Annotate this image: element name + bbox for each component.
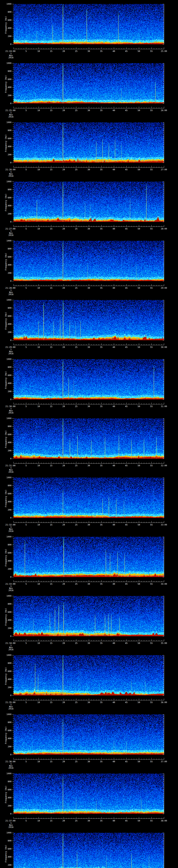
y-tick-label: 600 (0, 78, 11, 81)
x-tick-label: 25 (75, 405, 77, 407)
x-minor-tick (136, 463, 137, 463)
x-major-tick (26, 403, 26, 404)
y-tick-label: 0 (0, 753, 11, 756)
x-minor-tick (31, 403, 31, 404)
x-minor-tick (124, 48, 124, 49)
y-minor-tick (13, 573, 13, 573)
y-minor-tick (13, 835, 13, 835)
spectrogram-panel-4: Frequency (Hz) 0200400600800100051015202… (0, 178, 178, 237)
x-start-time-label: 21:37:00 (5, 820, 16, 822)
x-minor-tick (16, 700, 16, 700)
y-major-tick-right (163, 628, 164, 628)
x-major-tick (13, 284, 14, 286)
x-minor-tick (36, 581, 36, 582)
spectrogram-panel-15: Frequency (Hz) 0200400600800100051015202… (0, 829, 178, 868)
x-minor-tick (49, 167, 49, 167)
x-start-time-label: 21:36:00 (5, 761, 16, 763)
y-minor-tick (13, 808, 13, 808)
spectrogram-panel-8: Frequency (Hz) 0200400600800100051015202… (0, 414, 178, 473)
x-tick-label: 45 (125, 701, 127, 704)
x-minor-tick (43, 167, 44, 167)
x-tick-label: 40 (113, 110, 115, 112)
x-minor-tick (43, 403, 44, 404)
x-minor-tick (59, 107, 59, 108)
y-minor-tick (13, 616, 13, 616)
x-minor-tick (161, 581, 162, 582)
y-tick-label: 400 (0, 619, 11, 621)
x-minor-tick (66, 48, 66, 49)
x-tick-label: 30 (87, 701, 90, 704)
y-minor-tick (13, 802, 13, 802)
x-start-time-label: 21:25:00 (5, 110, 16, 112)
x-tick-label: 55 (150, 168, 153, 170)
x-minor-tick (129, 403, 129, 404)
x-minor-tick (21, 344, 21, 345)
x-tick-label: 35 (100, 287, 102, 289)
date-line-2: 2016 (8, 412, 13, 414)
x-major-tick (89, 48, 89, 49)
x-minor-tick (24, 700, 24, 700)
x-end-time-label: 34:00 (161, 583, 167, 585)
x-major-tick (26, 580, 26, 582)
x-minor-tick (36, 285, 36, 286)
y-minor-tick (13, 837, 13, 837)
y-tick-label: 800 (0, 70, 11, 72)
x-tick-label: 45 (125, 287, 127, 289)
x-minor-tick (106, 107, 107, 108)
x-tick-label: 55 (150, 761, 153, 763)
x-tick-label: 35 (100, 168, 102, 170)
y-tick-label: 1000 (0, 181, 11, 183)
y-major-tick-right (163, 459, 164, 459)
x-minor-tick (146, 344, 147, 345)
x-minor-tick (134, 167, 134, 167)
x-tick-label: 30 (87, 168, 90, 170)
plot-right-axis (164, 537, 164, 577)
y-major-tick-right (163, 553, 164, 553)
x-minor-tick (129, 344, 129, 345)
x-minor-tick (59, 581, 59, 582)
x-minor-tick (59, 818, 59, 818)
x-minor-tick (49, 107, 49, 108)
x-minor-tick (156, 48, 157, 49)
x-major-tick (38, 106, 39, 108)
y-tick-label: 600 (0, 137, 11, 140)
y-major-tick (12, 553, 13, 553)
x-minor-tick (159, 167, 159, 167)
y-major-tick (12, 71, 13, 71)
x-minor-tick (124, 758, 124, 759)
x-minor-tick (146, 581, 147, 582)
date-line-2: 2016 (8, 708, 13, 710)
x-minor-tick (54, 463, 54, 463)
y-major-tick-right (163, 391, 164, 392)
spectrogram-panel-14: Frequency (Hz) 0200400600800100051015202… (0, 770, 178, 829)
y-axis-title: Frequency (Hz) (5, 726, 7, 744)
x-tick-label: 20 (62, 346, 65, 348)
y-minor-tick (13, 38, 13, 38)
x-minor-tick (159, 640, 159, 641)
x-major-tick (89, 284, 89, 286)
y-minor-tick (13, 785, 13, 786)
x-tick-label: 25 (75, 583, 77, 585)
x-major-tick (38, 403, 39, 404)
spectrogram-canvas (13, 833, 164, 868)
x-minor-tick (106, 522, 107, 523)
x-tick-label: 55 (150, 465, 153, 467)
x-minor-tick (156, 463, 157, 463)
x-end-time-label: 33:00 (161, 524, 167, 526)
y-tick-label: 200 (0, 35, 11, 37)
x-minor-tick (29, 107, 29, 108)
x-minor-tick (29, 818, 29, 818)
x-minor-tick (19, 48, 19, 49)
x-minor-tick (71, 522, 71, 523)
x-minor-tick (36, 700, 36, 700)
x-minor-tick (54, 758, 54, 759)
y-tick-label: 600 (0, 848, 11, 850)
time-axis-line (13, 759, 164, 760)
x-minor-tick (129, 285, 129, 286)
y-minor-tick (13, 65, 13, 65)
x-minor-tick (41, 344, 41, 345)
y-minor-tick (13, 598, 13, 598)
y-minor-tick (13, 69, 13, 69)
y-minor-tick (13, 126, 13, 127)
y-major-tick-right (163, 663, 164, 663)
